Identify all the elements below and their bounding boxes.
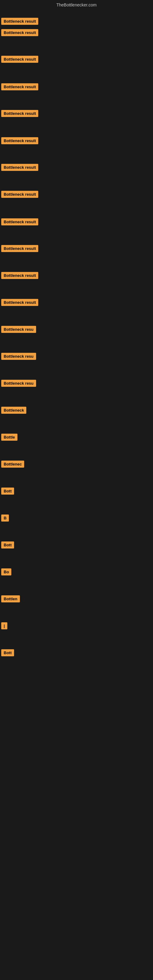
bottleneck-result-label: Bottleneck result	[1, 272, 38, 279]
bottleneck-result-label: Bottleneck resu	[1, 353, 36, 360]
site-title-bar: TheBottlenecker.com	[0, 0, 153, 10]
bottleneck-row: Bott	[0, 539, 15, 552]
bottleneck-row: Bottleneck result	[0, 270, 40, 282]
bottleneck-row: Bottleneck result	[0, 162, 40, 174]
bottleneck-row: Bottlen	[0, 593, 21, 605]
bottleneck-row: Bottleneck result	[0, 54, 40, 66]
bottleneck-row: Bottleneck resu	[0, 378, 37, 390]
bottleneck-row: Bottleneck result	[0, 243, 40, 255]
bottleneck-row: Bottleneck result	[0, 297, 40, 309]
bottleneck-row: Bottleneck result	[0, 216, 40, 229]
bottleneck-result-label: Bottleneck result	[1, 245, 38, 252]
bottleneck-row: Bottleneck resu	[0, 324, 37, 336]
bottleneck-row: Bottleneck result	[0, 16, 40, 28]
bottleneck-result-label: Bottleneck resu	[1, 380, 36, 387]
bottleneck-result-label: Bottleneck result	[1, 164, 38, 171]
bottleneck-result-label: Bott	[1, 488, 14, 495]
bottleneck-result-label: B	[1, 514, 9, 522]
bottleneck-row: Bottleneck result	[0, 81, 40, 94]
bottleneck-row: Bo	[0, 566, 13, 579]
bottleneck-result-label: Bottleneck	[1, 407, 26, 414]
bottleneck-result-label: Bottleneck result	[1, 218, 38, 225]
bottleneck-row: Bottleneck result	[0, 27, 40, 39]
bottleneck-row: Bottlenec	[0, 459, 26, 471]
bottleneck-result-label: Bottlenec	[1, 461, 24, 468]
bottleneck-result-label: Bo	[1, 568, 11, 576]
bottleneck-row: Bott	[0, 486, 15, 498]
bottleneck-result-label: Bottleneck result	[1, 110, 38, 117]
bottleneck-result-label: Bottleneck result	[1, 56, 38, 63]
bottleneck-row: |	[0, 620, 9, 632]
bottleneck-row: B	[0, 513, 10, 525]
bottleneck-result-label: Bottleneck result	[1, 18, 38, 25]
bottleneck-result-label: |	[1, 622, 7, 629]
bottleneck-row: Bottleneck result	[0, 189, 40, 201]
bottleneck-row: Bottleneck result	[0, 135, 40, 147]
bottleneck-result-label: Bottleneck resu	[1, 326, 36, 333]
bottleneck-row: Bottleneck	[0, 405, 27, 417]
bottleneck-result-label: Bottleneck result	[1, 299, 38, 306]
bottleneck-row: Bottleneck resu	[0, 351, 37, 363]
bottleneck-row: Bottle	[0, 432, 19, 444]
bottleneck-row: Bottleneck result	[0, 108, 40, 120]
bottleneck-result-label: Bottleneck result	[1, 83, 38, 90]
bottleneck-result-label: Bottleneck result	[1, 137, 38, 144]
bottleneck-result-label: Bott	[1, 649, 14, 656]
bottleneck-result-label: Bottle	[1, 434, 18, 441]
bottleneck-result-label: Bottleneck result	[1, 29, 38, 36]
bottleneck-result-label: Bott	[1, 541, 14, 549]
bottleneck-row: Bott	[0, 648, 15, 659]
bottleneck-result-label: Bottlen	[1, 595, 20, 602]
site-title: TheBottlenecker.com	[0, 0, 153, 10]
bottleneck-result-label: Bottleneck result	[1, 191, 38, 198]
